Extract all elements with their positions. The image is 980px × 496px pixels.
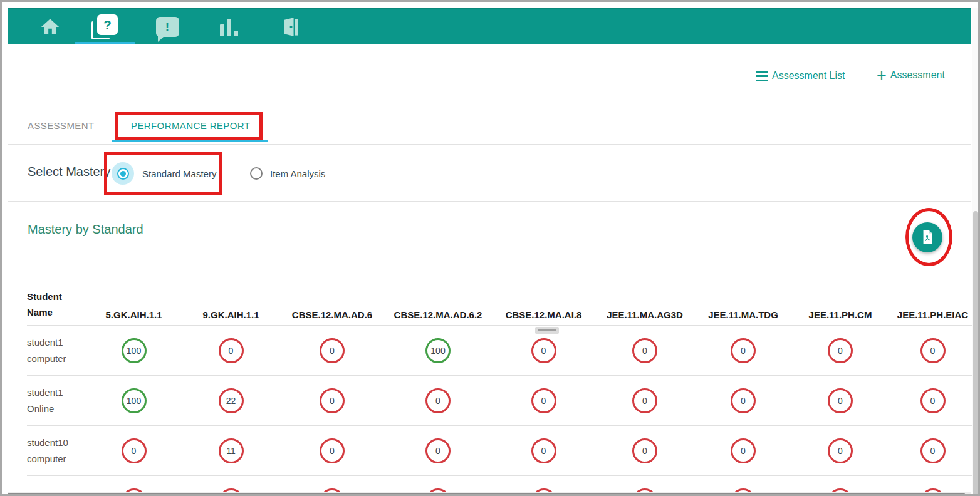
column-header[interactable]: JEE.11.PH.EIAC <box>889 309 977 320</box>
tooltip-artifact <box>535 327 559 334</box>
student-name: student1Online <box>27 385 86 417</box>
report-title: Mastery by Standard <box>28 222 143 237</box>
score-cell: 0 <box>694 388 792 413</box>
score-cell: 100 <box>384 338 492 363</box>
score-cell: 0 <box>889 388 977 413</box>
score-cell: 0 <box>492 388 595 413</box>
radio-selected-icon <box>117 168 129 180</box>
score-cell: 0 <box>792 388 889 413</box>
mastery-score-badge: 0 <box>731 438 756 463</box>
nav-assessments[interactable]: ? <box>82 9 127 45</box>
mastery-score-badge: 0 <box>920 338 946 363</box>
question-card-icon: ? <box>91 14 118 39</box>
mastery-table: Student Name 5.GK.AIH.1.1 9.GK.AIH.1.1 C… <box>27 279 977 496</box>
mastery-score-badge: 0 <box>320 338 345 363</box>
mastery-score-badge: 0 <box>632 338 657 363</box>
horizontal-scrollbar[interactable] <box>8 492 971 496</box>
score-cell: 0 <box>492 438 595 463</box>
home-icon <box>38 16 62 38</box>
column-header[interactable]: JEE.11.MA.TDG <box>694 309 792 320</box>
table-row: student10computer 0 11 0 0 0 0 0 0 0 <box>27 425 977 475</box>
nav-home[interactable] <box>28 9 73 45</box>
mastery-score-badge: 11 <box>219 438 244 463</box>
score-cell: 0 <box>889 338 977 363</box>
score-cell: 0 <box>384 388 492 413</box>
pdf-file-icon <box>920 230 934 245</box>
mastery-score-badge: 0 <box>531 438 556 463</box>
mastery-score-badge: 0 <box>828 338 853 363</box>
score-cell: 0 <box>182 338 280 363</box>
score-cell: 0 <box>492 338 595 363</box>
column-header[interactable]: 5.GK.AIH.1.1 <box>86 309 182 320</box>
column-header[interactable]: 9.GK.AIH.1.1 <box>182 309 280 320</box>
nav-reports[interactable] <box>206 9 251 45</box>
score-cell: 0 <box>86 438 182 463</box>
score-cell: 0 <box>595 438 694 463</box>
column-header[interactable]: JEE.11.MA.AG3D <box>595 309 694 320</box>
mastery-score-badge: 0 <box>531 388 556 413</box>
mastery-score-badge: 100 <box>122 338 147 363</box>
score-cell: 0 <box>595 388 694 413</box>
vertical-scrollbar[interactable] <box>972 8 979 492</box>
column-header[interactable]: CBSE.12.MA.AD.6 <box>280 309 384 320</box>
horizontal-scrollbar-thumb[interactable] <box>8 493 965 496</box>
score-cell: 0 <box>694 338 792 363</box>
mastery-score-badge: 0 <box>828 438 853 463</box>
table-row: student1Online 100 22 0 0 0 0 0 0 0 <box>27 375 977 425</box>
mastery-score-badge: 0 <box>920 388 946 413</box>
plus-icon: + <box>877 68 887 82</box>
tab-assessment[interactable]: ASSESSMENT <box>28 120 95 131</box>
student-name-header: Student Name <box>27 289 86 320</box>
download-pdf-button[interactable] <box>912 222 942 252</box>
divider <box>8 144 971 145</box>
exclamation-bubble-icon: ! <box>156 17 179 37</box>
assessment-list-label: Assessment List <box>772 70 845 81</box>
app-window: ? ! Assessment List + Ass <box>0 0 980 496</box>
score-cell: 22 <box>182 388 280 413</box>
mastery-score-badge: 0 <box>320 438 345 463</box>
active-nav-underline <box>75 42 135 44</box>
student-name: student10computer <box>27 435 86 467</box>
mastery-score-badge: 0 <box>219 338 244 363</box>
score-cell: 0 <box>792 338 889 363</box>
mastery-score-badge: 100 <box>425 338 451 363</box>
table-header-row: Student Name 5.GK.AIH.1.1 9.GK.AIH.1.1 C… <box>27 279 977 325</box>
divider <box>8 201 971 202</box>
mastery-score-badge: 0 <box>425 438 451 463</box>
mastery-score-badge: 0 <box>632 438 657 463</box>
standard-mastery-label[interactable]: Standard Mastery <box>142 168 216 179</box>
mastery-score-badge: 0 <box>731 338 756 363</box>
student-name: student1computer <box>27 334 86 367</box>
mastery-score-badge: 0 <box>920 438 946 463</box>
score-cell: 0 <box>694 438 792 463</box>
top-nav-bar: ? ! <box>8 8 971 44</box>
nav-announcements[interactable]: ! <box>145 9 190 45</box>
item-analysis-label[interactable]: Item Analysis <box>270 168 325 179</box>
score-cell: 100 <box>86 338 182 363</box>
score-cell: 0 <box>792 438 889 463</box>
tab-performance-report[interactable]: PERFORMANCE REPORT <box>131 120 250 131</box>
add-assessment-label: Assessment <box>890 70 945 81</box>
add-assessment-button[interactable]: + Assessment <box>877 68 945 82</box>
score-cell: 0 <box>595 338 694 363</box>
select-mastery-label: Select Mastery <box>28 165 110 179</box>
column-header[interactable]: CBSE.12.MA.AI.8 <box>492 309 595 320</box>
score-cell: 0 <box>280 388 384 413</box>
door-exit-icon <box>280 16 301 38</box>
column-header[interactable]: CBSE.12.MA.AD.6.2 <box>384 309 492 320</box>
mastery-score-badge: 0 <box>122 438 147 463</box>
score-cell: 0 <box>280 338 384 363</box>
bar-chart-icon <box>220 18 238 36</box>
column-header[interactable]: JEE.11.PH.CM <box>792 309 889 320</box>
radio-item-analysis[interactable] <box>250 167 263 180</box>
score-cell: 0 <box>889 438 977 463</box>
mastery-score-badge: 100 <box>122 388 147 413</box>
radio-standard-mastery[interactable] <box>112 162 134 185</box>
vertical-scrollbar-thumb[interactable] <box>973 211 978 496</box>
table-row: student1computer 100 0 0 100 0 0 0 0 0 <box>27 325 977 375</box>
assessment-list-button[interactable]: Assessment List <box>756 70 845 81</box>
mastery-score-badge: 0 <box>828 388 853 413</box>
mastery-score-badge: 0 <box>731 388 756 413</box>
nav-logout[interactable] <box>268 9 313 45</box>
mastery-score-badge: 0 <box>425 388 451 413</box>
